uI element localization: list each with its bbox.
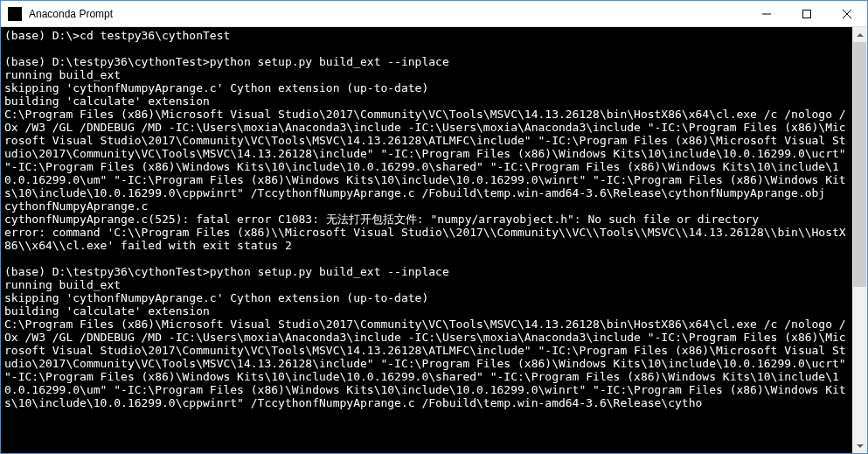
chevron-down-icon <box>857 444 864 448</box>
vertical-scrollbar[interactable] <box>852 27 867 453</box>
scroll-up-button[interactable] <box>852 27 867 42</box>
maximize-button[interactable] <box>787 1 827 26</box>
maximize-icon <box>802 10 811 18</box>
window-title: Anaconda Prompt <box>29 8 746 20</box>
terminal-output[interactable]: (base) D:\>cd testpy36\cythonTest (base)… <box>1 27 852 453</box>
window-controls <box>746 1 867 26</box>
close-icon <box>843 10 851 18</box>
scroll-thumb[interactable] <box>853 42 866 287</box>
terminal-area: (base) D:\>cd testpy36\cythonTest (base)… <box>1 27 867 453</box>
scroll-down-button[interactable] <box>852 438 867 453</box>
minimize-button[interactable] <box>746 1 787 26</box>
titlebar[interactable]: Anaconda Prompt <box>1 1 867 27</box>
close-button[interactable] <box>827 1 867 26</box>
chevron-up-icon <box>857 33 864 37</box>
svg-rect-1 <box>803 10 811 17</box>
minimize-icon <box>762 10 771 18</box>
svg-marker-4 <box>857 33 864 37</box>
svg-marker-5 <box>857 444 864 448</box>
app-icon <box>8 7 22 21</box>
